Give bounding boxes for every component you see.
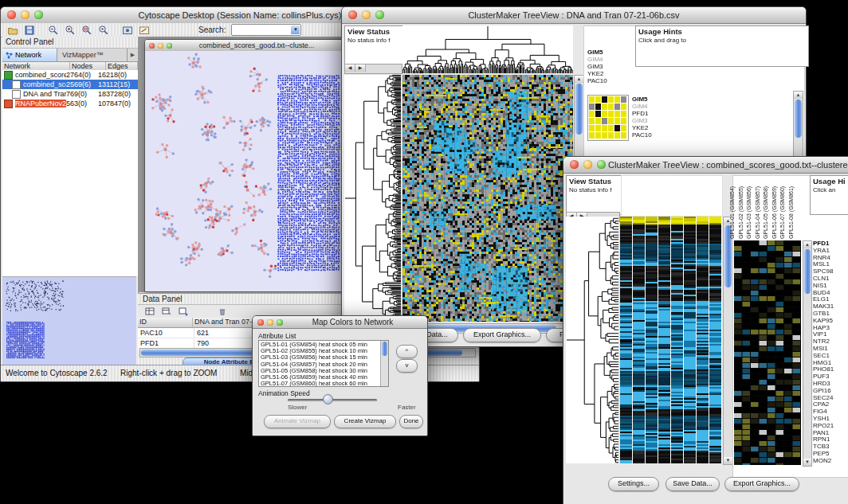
- search-dropdown-arrow-icon[interactable]: ▼: [291, 25, 300, 34]
- minimize-button[interactable]: [21, 10, 29, 19]
- zoom-fit-button[interactable]: [80, 24, 94, 36]
- move-down-button[interactable]: v: [396, 359, 418, 373]
- gene-label[interactable]: SEC1: [813, 353, 847, 360]
- gene-label[interactable]: VIP1: [813, 331, 847, 338]
- gene-label[interactable]: KAP95: [813, 318, 847, 325]
- scroll-down-icon[interactable]: ▼: [803, 459, 811, 466]
- gene-label[interactable]: PFD1: [632, 110, 672, 117]
- close-button[interactable]: [348, 10, 357, 19]
- minimize-button[interactable]: [583, 160, 592, 169]
- heatmap-canvas[interactable]: [620, 217, 722, 463]
- save-data-button[interactable]: Save Data...: [665, 477, 720, 491]
- gene-label[interactable]: PEP5: [813, 451, 847, 458]
- gene-label[interactable]: GIM4: [632, 103, 672, 110]
- gene-label[interactable]: BUD4: [813, 290, 847, 297]
- gene-label[interactable]: MSL1: [813, 261, 847, 268]
- settings-button[interactable]: Settings...: [608, 477, 659, 491]
- scrollbar-thumb[interactable]: [804, 249, 811, 294]
- create-vizmap-button[interactable]: Create Vizmap: [334, 415, 396, 428]
- zoom-window-button[interactable]: [277, 319, 283, 326]
- animate-vizmap-button[interactable]: Animate Vizmap: [264, 415, 331, 428]
- zoom-window-button[interactable]: [34, 10, 43, 19]
- dialog-titlebar[interactable]: Map Colors to Network: [253, 316, 427, 329]
- scrollbar-thumb[interactable]: [795, 100, 802, 138]
- listbox-vscrollbar[interactable]: [380, 341, 388, 386]
- gene-label[interactable]: RPN1: [813, 436, 847, 443]
- gene-list-vscrollbar[interactable]: ▲ ▼: [803, 240, 812, 467]
- tab-network[interactable]: Network: [2, 49, 57, 61]
- slider-thumb[interactable]: [323, 394, 333, 404]
- dendrogram-hscroll[interactable]: ◀▶: [344, 64, 402, 74]
- zoom-heatmap-canvas[interactable]: [734, 240, 801, 465]
- close-button[interactable]: [7, 10, 16, 19]
- open-session-button[interactable]: [6, 24, 20, 36]
- zoom-selected-button[interactable]: [96, 24, 111, 36]
- gene-label[interactable]: MON2: [813, 458, 847, 465]
- gene-label[interactable]: PUF3: [813, 373, 847, 381]
- scroll-right-icon[interactable]: ▶: [355, 64, 366, 72]
- export-graphics-button[interactable]: Export Graphics...: [463, 328, 541, 342]
- tab-vizmapper[interactable]: VizMapper™: [57, 49, 128, 61]
- attribute-listbox[interactable]: GPL51-01 (GSM854) heat shock 05 minGPL51…: [258, 340, 389, 387]
- birdseye-view-canvas[interactable]: [2, 276, 136, 365]
- export-graphics-button[interactable]: Export Graphics...: [724, 477, 799, 491]
- network-tree-row[interactable]: DNA and Tran 07769(0)183728(0): [2, 89, 138, 99]
- gene-label[interactable]: RPO21: [813, 423, 847, 430]
- gene-label[interactable]: PHO81: [813, 366, 847, 373]
- done-button[interactable]: Done: [399, 415, 423, 428]
- scroll-left-icon[interactable]: ◀: [345, 64, 355, 72]
- close-button[interactable]: [257, 319, 264, 326]
- gene-label[interactable]: CLN1: [813, 275, 847, 283]
- row-dendrogram-canvas[interactable]: [566, 217, 618, 463]
- gene-label[interactable]: HRD3: [813, 381, 847, 388]
- row-dendrogram-canvas[interactable]: [344, 75, 401, 322]
- gene-label[interactable]: PAN1: [813, 430, 847, 437]
- gene-label[interactable]: GIM3: [632, 117, 672, 124]
- network-view-titlebar[interactable]: combined_scores_good.txt--cluste...: [145, 40, 346, 52]
- gene-label[interactable]: PFD1: [813, 240, 847, 248]
- snapshot-button[interactable]: [120, 24, 135, 36]
- gene-label[interactable]: TCB3: [813, 443, 847, 451]
- scrollbar-thumb[interactable]: [575, 84, 583, 135]
- gene-label[interactable]: NTR2: [813, 338, 847, 346]
- heatmap-canvas[interactable]: [402, 75, 573, 322]
- gene-label[interactable]: ELG1: [813, 296, 847, 303]
- zoom-window-button[interactable]: [375, 10, 384, 19]
- gene-label[interactable]: SEC24: [813, 395, 847, 402]
- attribute-select-button[interactable]: [143, 306, 157, 318]
- search-input[interactable]: ▼: [231, 24, 301, 36]
- gene-label[interactable]: GTB1: [813, 311, 847, 318]
- close-button[interactable]: [570, 160, 579, 169]
- scroll-up-icon[interactable]: ▲: [575, 76, 583, 83]
- zoom-window-button[interactable]: [597, 160, 606, 169]
- gene-label[interactable]: GPI16: [813, 388, 847, 395]
- gene-label[interactable]: MAK31: [813, 303, 847, 311]
- gene-label[interactable]: NIS1: [813, 283, 847, 290]
- gene-label[interactable]: MSI1: [813, 346, 847, 353]
- gene-label[interactable]: RNR4: [813, 255, 847, 262]
- scroll-up-icon[interactable]: ▲: [794, 92, 803, 99]
- gene-label[interactable]: FIG4: [813, 408, 847, 416]
- gene-label[interactable]: HAP3: [813, 325, 847, 332]
- scroll-up-icon[interactable]: ▲: [803, 241, 811, 248]
- scroll-down-icon[interactable]: ▼: [724, 457, 732, 464]
- annotation-button[interactable]: [137, 24, 151, 36]
- tab-scroll-right-icon[interactable]: ▶: [128, 49, 138, 61]
- attribute-import-button[interactable]: [176, 306, 190, 318]
- minimize-button[interactable]: [267, 319, 273, 326]
- column-dendrogram-canvas[interactable]: [402, 25, 573, 73]
- treeview-combined-titlebar[interactable]: ClusterMaker TreeView : combined_scores_…: [563, 157, 848, 174]
- network-view-canvas[interactable]: [145, 51, 344, 290]
- delete-attribute-button[interactable]: [215, 306, 230, 318]
- gene-label[interactable]: YRA1: [813, 248, 847, 255]
- move-up-button[interactable]: ^: [396, 345, 418, 358]
- scrollbar-thumb[interactable]: [382, 342, 387, 356]
- gene-label[interactable]: YKE2: [632, 124, 672, 131]
- close-button[interactable]: [149, 43, 155, 49]
- gene-label[interactable]: GIM5: [632, 96, 672, 103]
- gene-label[interactable]: PAC10: [632, 131, 672, 139]
- zoom-out-button[interactable]: [46, 24, 61, 36]
- gene-label[interactable]: HMG1: [813, 360, 847, 367]
- zoom-in-button[interactable]: [63, 24, 77, 36]
- gene-label[interactable]: SPC98: [813, 268, 847, 275]
